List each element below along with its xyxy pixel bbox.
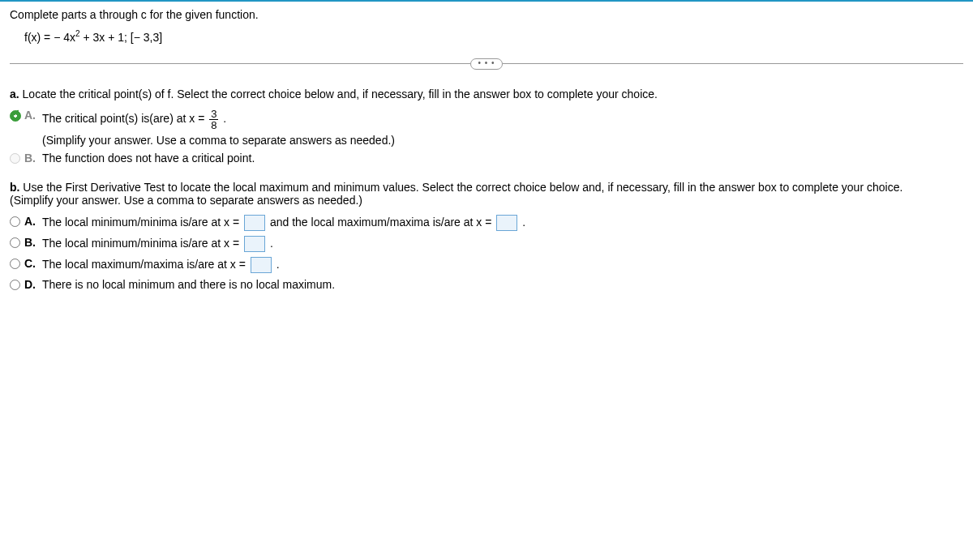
part-b-label: b. bbox=[10, 181, 19, 194]
part-a-text: Locate the critical point(s) of f. Selec… bbox=[19, 88, 658, 100]
part-b-choice-c[interactable]: C. The local maximum/maxima is/are at x … bbox=[10, 257, 963, 273]
radio-checked-icon[interactable] bbox=[10, 110, 21, 122]
radio-button[interactable] bbox=[10, 280, 20, 290]
part-b-choice-d[interactable]: D. There is no local minimum and there i… bbox=[10, 278, 963, 293]
part-b-choice-b[interactable]: B. The local minimum/minima is/are at x … bbox=[10, 236, 963, 252]
choice-b-text: The function does not have a critical po… bbox=[42, 152, 963, 165]
part-a-prompt: a. Locate the critical point(s) of f. Se… bbox=[10, 88, 963, 100]
choice-b-text1: The local minimum/minima is/are at x = bbox=[42, 236, 242, 249]
choice-c-text1: The local maximum/maxima is/are at x = bbox=[42, 257, 249, 270]
choice-a-text-before: The critical point(s) is(are) at x = bbox=[42, 112, 208, 125]
function-prefix: f(x) = − 4x bbox=[24, 31, 75, 44]
fraction-numerator: 3 bbox=[209, 109, 218, 120]
answer-input[interactable] bbox=[244, 236, 265, 252]
part-b-choice-a[interactable]: A. The local minimum/minima is/are at x … bbox=[10, 215, 963, 231]
radio-button[interactable] bbox=[10, 237, 20, 248]
radio-button[interactable] bbox=[10, 153, 20, 164]
choice-letter-a: A. bbox=[24, 215, 42, 228]
answer-input[interactable] bbox=[244, 215, 265, 231]
fraction-denominator: 8 bbox=[209, 120, 218, 130]
part-a-label: a. bbox=[10, 88, 19, 100]
expand-button[interactable]: • • • bbox=[470, 58, 502, 70]
choice-c-text2: . bbox=[276, 257, 280, 270]
choice-d-text: There is no local minimum and there is n… bbox=[42, 278, 963, 291]
divider-line-right bbox=[503, 63, 963, 64]
question-intro: Complete parts a through c for the given… bbox=[10, 8, 963, 21]
choice-a-text-after: . bbox=[223, 112, 226, 125]
choice-a-text1: The local minimum/minima is/are at x = bbox=[42, 215, 242, 228]
part-b-hint: (Simplify your answer. Use a comma to se… bbox=[10, 194, 963, 207]
part-b-text: Use the First Derivative Test to locate … bbox=[19, 181, 902, 194]
choice-a-text3: . bbox=[522, 215, 525, 228]
part-a-choice-b[interactable]: B. The function does not have a critical… bbox=[10, 152, 963, 166]
answer-input[interactable] bbox=[251, 257, 272, 273]
choice-letter-d: D. bbox=[24, 278, 42, 291]
fraction-answer: 3 8 bbox=[209, 109, 218, 130]
radio-button[interactable] bbox=[10, 216, 20, 227]
choice-letter-b: B. bbox=[24, 236, 42, 249]
part-a-choice-a[interactable]: A. The critical point(s) is(are) at x = … bbox=[10, 109, 963, 147]
choice-letter-c: C. bbox=[24, 257, 42, 270]
part-b-prompt: b. Use the First Derivative Test to loca… bbox=[10, 181, 963, 194]
choice-a-text2: and the local maximum/maxima is/are at x… bbox=[270, 215, 495, 228]
function-definition: f(x) = − 4x2 + 3x + 1; [− 3,3] bbox=[24, 29, 963, 44]
radio-button[interactable] bbox=[10, 259, 20, 269]
choice-b-text2: . bbox=[270, 236, 273, 249]
function-suffix: + 3x + 1; [− 3,3] bbox=[80, 31, 163, 44]
divider: • • • bbox=[10, 58, 963, 70]
answer-input[interactable] bbox=[496, 215, 517, 231]
divider-line-left bbox=[10, 63, 470, 64]
choice-letter-b: B. bbox=[24, 152, 42, 165]
choice-letter-a: A. bbox=[24, 109, 42, 122]
choice-a-hint: (Simplify your answer. Use a comma to se… bbox=[42, 134, 963, 147]
